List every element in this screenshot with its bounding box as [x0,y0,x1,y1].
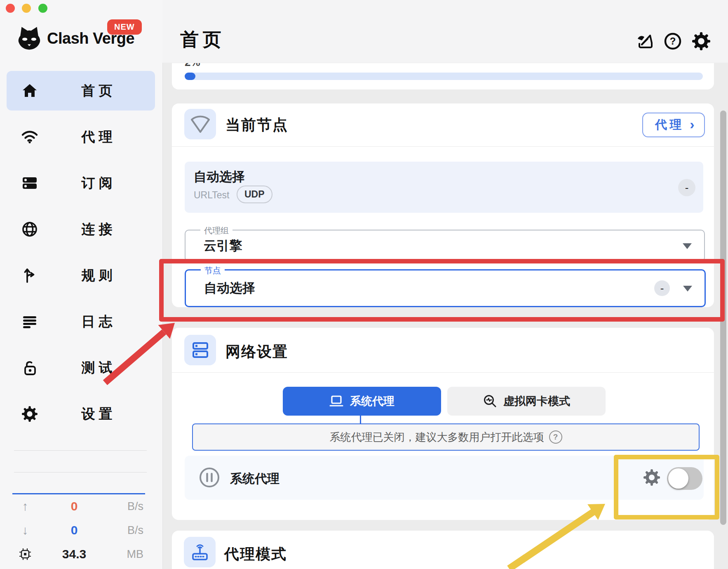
gear-icon [21,406,39,422]
node-select[interactable]: 节点 自动选择 - [185,269,706,307]
sidebar-item-label: 订阅 [39,174,155,193]
cpu-icon [16,548,35,560]
tab-connector-line [360,416,361,424]
node-name: 自动选择 [194,168,245,186]
sidebar-item-proxies[interactable]: 代理 [7,117,155,157]
sidebar-item-profiles[interactable]: 订阅 [7,163,155,203]
upload-stat-row: ↑ 0 B/s [12,494,145,518]
download-stat-row: ↓ 0 B/s [12,518,145,542]
chevron-down-icon [683,243,692,249]
proxy-mode-card: 代理模式 [172,531,714,569]
system-proxy-label: 系统代理 [230,470,279,487]
sidebar-item-label: 代理 [39,128,155,146]
system-proxy-toggle[interactable] [667,467,702,490]
traffic-stats: ↑ 0 B/s ↓ 0 B/s 34.3 MB [12,493,145,566]
memory-value: 34.3 [35,547,114,561]
card-divider [172,146,714,147]
page-header [162,0,728,63]
tab-label: 系统代理 [350,394,395,409]
router-icon [190,542,210,562]
proxy-mode-title: 代理模式 [224,544,287,564]
tab-label: 虚拟网卡模式 [503,394,570,409]
sidebar-item-label: 连接 [39,220,155,239]
alert-help-icon[interactable]: ? [549,430,562,444]
proxy-mode-icon-chip [184,537,216,567]
sidebar-item-test[interactable]: 测试 [7,348,155,388]
memory-stat-row: 34.3 MB [12,542,145,566]
scan-wave-icon [483,394,497,408]
signal-wedge-icon [190,115,211,134]
svg-text:?: ? [670,35,676,47]
new-badge: NEW [107,19,142,35]
telegram-icon[interactable] [635,32,653,50]
app-window: Clash Verge NEW 首页 代理 [0,0,728,569]
home-icon [21,82,39,99]
window-minimize-button[interactable] [22,4,31,13]
download-value: 0 [35,523,114,537]
laptop-icon [329,395,343,407]
server-stack-icon [191,341,210,360]
sidebar-nav: 首页 代理 订阅 [7,71,155,440]
sidebar-divider [14,472,147,473]
current-node-panel[interactable]: 自动选择 URLTest UDP - [185,162,703,213]
profile-progress-fill [185,73,195,80]
node-select-latency-badge: - [654,280,670,296]
toggle-knob [668,468,688,489]
network-settings-card: 网络设置 系统代理 虚拟网卡模式 系统代理已关闭，建议大多数用户打开此选项 ? [172,328,714,520]
card-divider [172,372,714,373]
network-card-icon-chip [184,335,216,365]
wifi-icon [21,129,39,145]
upload-unit: B/s [114,500,143,513]
sidebar-item-label: 规则 [39,266,155,285]
go-to-proxy-button[interactable]: 代理› [642,113,705,137]
udp-badge: UDP [237,186,272,203]
subscription-icon [21,175,39,191]
profile-card: 2% [172,63,714,89]
network-card-title: 网络设置 [225,342,288,362]
node-select-label: 节点 [201,265,225,276]
node-card-title: 当前节点 [225,115,288,135]
proxy-button-label: 代理 [653,117,684,133]
proxy-group-select[interactable]: 代理组 云引擎 [185,230,705,262]
current-node-card: 当前节点 代理› 自动选择 URLTest UDP - 代理组 云引擎 节点 自… [172,103,714,307]
node-type: URLTest [194,190,230,201]
download-arrow-icon: ↓ [16,523,35,537]
scrollbar[interactable] [720,111,726,525]
upload-arrow-icon: ↑ [16,499,35,513]
profile-percent-label: 2% [185,63,200,69]
memory-unit: MB [114,548,143,561]
clash-verge-logo-icon [16,25,42,51]
sidebar-item-home[interactable]: 首页 [7,71,155,111]
sidebar: Clash Verge NEW 首页 代理 [0,0,163,569]
profile-progress-bar [185,73,703,80]
proxy-group-label: 代理组 [200,225,232,236]
logs-icon [21,313,39,330]
alert-text: 系统代理已关闭，建议大多数用户打开此选项 [330,430,544,444]
sidebar-item-label: 日志 [39,313,155,331]
settings-icon[interactable] [692,32,710,50]
globe-icon [21,221,39,237]
window-zoom-button[interactable] [38,4,47,13]
system-proxy-alert: 系统代理已关闭，建议大多数用户打开此选项 ? [192,423,700,451]
sidebar-item-label: 设置 [39,405,155,423]
sidebar-item-rules[interactable]: 规则 [7,256,155,295]
page-title: 首页 [180,27,225,52]
node-card-icon-chip [184,109,216,139]
rules-icon [21,267,39,284]
help-icon[interactable]: ? [664,32,682,50]
lock-icon [21,360,39,376]
pause-icon [199,467,220,488]
sidebar-item-settings[interactable]: 设置 [7,394,155,434]
proxy-settings-gear-icon[interactable] [643,469,660,486]
chevron-right-icon: › [690,116,694,132]
window-close-button[interactable] [6,4,15,13]
download-unit: B/s [114,524,143,537]
chevron-down-icon [683,286,692,292]
sidebar-item-label: 首页 [39,82,155,100]
node-select-value: 自动选择 [204,280,255,297]
node-latency-badge: - [678,179,695,196]
tab-system-proxy[interactable]: 系统代理 [283,387,441,416]
tab-tun-mode[interactable]: 虚拟网卡模式 [447,387,606,416]
sidebar-item-logs[interactable]: 日志 [7,302,155,341]
sidebar-item-connections[interactable]: 连接 [7,209,155,249]
